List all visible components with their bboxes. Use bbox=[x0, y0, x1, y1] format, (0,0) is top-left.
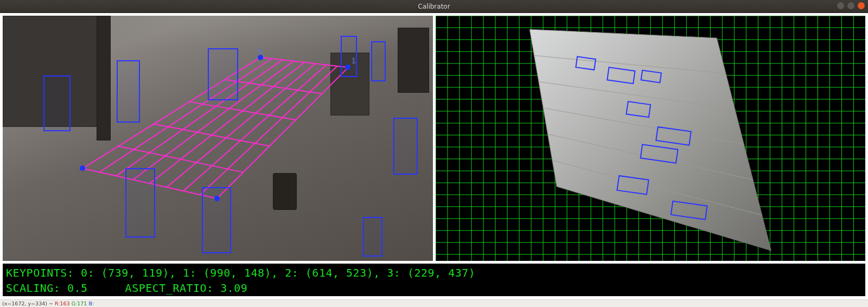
booth-block bbox=[398, 28, 429, 93]
scaling-value: 0.5 bbox=[67, 280, 88, 296]
maximize-icon[interactable] bbox=[847, 2, 854, 9]
window-title: Calibrator bbox=[418, 3, 450, 10]
info-strip: KEYPOINTS: 0: (739, 119), 1: (990, 148),… bbox=[3, 264, 865, 296]
scene-image bbox=[3, 16, 433, 261]
keypoint-label-0: 0 bbox=[257, 47, 261, 55]
stage: 01 bbox=[0, 13, 868, 300]
keypoint-label-1: 1 bbox=[351, 56, 355, 65]
warped-view[interactable] bbox=[436, 16, 866, 261]
keypoints-label: KEYPOINTS: bbox=[6, 266, 74, 279]
keypoint-handle-0[interactable] bbox=[258, 55, 263, 60]
status-bar: (x=1672, y=334) ~ R:163 G:171 B: bbox=[0, 299, 868, 307]
aspect-ratio-value: 3.09 bbox=[220, 280, 247, 296]
title-bar: Calibrator bbox=[0, 0, 868, 13]
keypoint-handle-2[interactable] bbox=[214, 196, 220, 201]
window-controls bbox=[837, 2, 865, 9]
source-view[interactable]: 01 bbox=[3, 16, 433, 261]
keypoint-handle-3[interactable] bbox=[80, 165, 85, 171]
kiosk-block bbox=[330, 53, 369, 116]
keypoints-values: 0: (739, 119), 1: (990, 148), 2: (614, 5… bbox=[81, 266, 475, 279]
close-icon[interactable] bbox=[858, 2, 865, 9]
keypoint-handle-1[interactable] bbox=[345, 65, 350, 70]
aspect-ratio-label: ASPECT_RATIO: bbox=[125, 280, 214, 296]
scaling-label: SCALING: bbox=[6, 280, 60, 296]
building-block bbox=[97, 16, 111, 140]
building-block bbox=[3, 16, 108, 127]
warped-svg bbox=[436, 16, 866, 261]
minimize-icon[interactable] bbox=[837, 2, 844, 9]
bin-block bbox=[273, 173, 297, 210]
cursor-readout: (x=1672, y=334) ~ R:163 G:171 B: bbox=[2, 300, 94, 306]
